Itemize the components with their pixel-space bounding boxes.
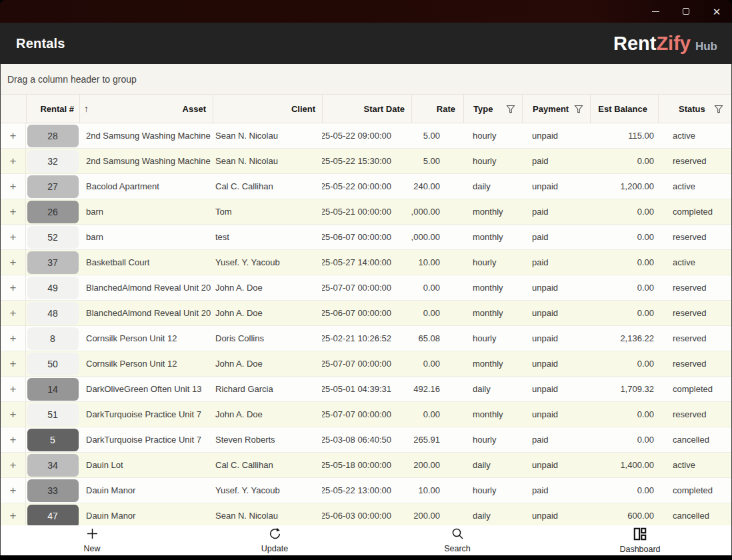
column-header-type[interactable]: Type bbox=[463, 95, 522, 123]
payment-cell: unpaid bbox=[522, 326, 590, 351]
table-row[interactable]: +33Dauin ManorYusef. Y. Yacoub2025-05-22… bbox=[1, 478, 731, 503]
column-header-start-date[interactable]: Start Date bbox=[322, 95, 411, 123]
table-row[interactable]: +37Basketball CourtYusef. Y. Yacoub2025-… bbox=[1, 250, 731, 275]
asset-cell: Bacolod Apartment bbox=[79, 174, 213, 199]
est-balance-cell: 1,709.32 bbox=[590, 377, 658, 401]
table-row[interactable]: +27Bacolod ApartmentCal C. Callihan2025-… bbox=[1, 174, 731, 199]
column-header-client[interactable]: Client bbox=[213, 95, 322, 123]
column-header-payment[interactable]: Payment bbox=[522, 95, 590, 123]
rental-number-cell: 34 bbox=[26, 453, 79, 477]
status-cell: reserved bbox=[658, 351, 731, 376]
table-row[interactable]: +8Cornsilk Person Unit 12Doris Collins20… bbox=[1, 326, 731, 351]
filter-icon[interactable] bbox=[574, 105, 583, 113]
payment-cell: paid bbox=[522, 478, 590, 503]
expand-row-button[interactable]: + bbox=[10, 408, 17, 421]
column-header-est-balance[interactable]: Est Balance bbox=[590, 95, 658, 123]
expand-row-button[interactable]: + bbox=[10, 433, 17, 447]
rental-number-badge: 48 bbox=[27, 302, 79, 325]
rental-number-cell: 5 bbox=[26, 427, 79, 452]
expand-row-button[interactable]: + bbox=[10, 307, 17, 320]
table-row[interactable]: +34Dauin LotCal C. Callihan2025-05-18 00… bbox=[1, 453, 731, 478]
est-balance-cell: 1,400.00 bbox=[590, 453, 658, 477]
table-row[interactable]: +48BlanchedAlmond Reveal Unit 20John A. … bbox=[1, 301, 731, 326]
payment-cell: unpaid bbox=[522, 503, 590, 525]
filter-icon[interactable] bbox=[506, 105, 515, 113]
rental-number-badge: 5 bbox=[27, 429, 79, 451]
payment-cell: paid bbox=[522, 225, 590, 249]
rental-number-cell: 37 bbox=[26, 250, 79, 275]
expand-row-button[interactable]: + bbox=[10, 180, 17, 193]
rental-number-badge: 8 bbox=[27, 327, 79, 350]
client-cell: Sean N. Nicolau bbox=[213, 123, 322, 148]
table-row[interactable]: +26barnTom2025-05-21 00:00:001,000.00mon… bbox=[1, 199, 731, 225]
payment-cell: unpaid bbox=[522, 123, 590, 148]
status-cell: cancelled bbox=[658, 427, 731, 452]
row-gutter-cell: + bbox=[1, 174, 26, 199]
expand-row-button[interactable]: + bbox=[10, 155, 17, 168]
app-window: ✕ Rentals RentZifyHub Drag a column head… bbox=[0, 0, 732, 560]
expand-row-button[interactable]: + bbox=[10, 332, 17, 345]
grid-area: Drag a column header to group Rental # ↑… bbox=[0, 64, 732, 525]
expand-row-button[interactable]: + bbox=[10, 129, 17, 143]
payment-cell: unpaid bbox=[522, 377, 590, 401]
table-row[interactable]: +322nd Samsung Washing MachineSean N. Ni… bbox=[1, 149, 731, 174]
rental-number-badge: 37 bbox=[27, 251, 79, 274]
expand-row-button[interactable]: + bbox=[10, 231, 17, 244]
payment-cell: unpaid bbox=[522, 351, 590, 376]
expand-row-button[interactable]: + bbox=[10, 357, 17, 371]
logo-part-hub: Hub bbox=[695, 40, 717, 53]
status-cell: reserved bbox=[658, 149, 731, 173]
expand-row-button[interactable]: + bbox=[10, 509, 17, 523]
table-row[interactable]: +51DarkTurquoise Practice Unit 7John A. … bbox=[1, 402, 731, 427]
asset-cell: barn bbox=[79, 225, 213, 249]
update-button[interactable]: Update bbox=[183, 525, 366, 555]
row-gutter-cell: + bbox=[1, 503, 26, 525]
table-row[interactable]: +50Cornsilk Person Unit 12John A. Doe202… bbox=[1, 351, 731, 377]
expand-row-button[interactable]: + bbox=[10, 484, 17, 497]
payment-cell: unpaid bbox=[522, 275, 590, 300]
rental-number-badge: 14 bbox=[27, 378, 79, 401]
table-row[interactable]: +49BlanchedAlmond Reveal Unit 20John A. … bbox=[1, 275, 731, 301]
expand-row-button[interactable]: + bbox=[10, 205, 17, 219]
table-row[interactable]: +5DarkTurquoise Practice Unit 7Steven Ro… bbox=[1, 427, 731, 453]
dashboard-button[interactable]: Dashboard bbox=[549, 525, 731, 555]
search-button[interactable]: Search bbox=[366, 525, 549, 555]
rental-number-badge: 52 bbox=[27, 226, 79, 249]
asset-cell: Basketball Court bbox=[79, 250, 213, 275]
column-header-asset[interactable]: ↑ Asset bbox=[79, 95, 213, 123]
column-header-status[interactable]: Status bbox=[658, 95, 731, 123]
column-header-rate[interactable]: Rate bbox=[411, 95, 463, 123]
status-cell: reserved bbox=[658, 275, 731, 300]
logo-part-rent: Rent bbox=[613, 33, 656, 55]
start-date-cell: 2025-06-03 00:00:00 bbox=[322, 503, 411, 525]
payment-cell: paid bbox=[522, 427, 590, 452]
expand-row-button[interactable]: + bbox=[10, 281, 17, 295]
group-by-panel[interactable]: Drag a column header to group bbox=[1, 64, 731, 94]
rate-cell: 200.00 bbox=[411, 453, 463, 477]
type-cell: daily bbox=[463, 503, 522, 525]
type-cell: hourly bbox=[463, 427, 522, 452]
expand-row-button[interactable]: + bbox=[10, 459, 17, 472]
start-date-cell: 2025-07-07 00:00:00 bbox=[322, 402, 411, 427]
maximize-button[interactable] bbox=[671, 0, 701, 23]
close-button[interactable]: ✕ bbox=[701, 0, 732, 23]
est-balance-cell: 0.00 bbox=[590, 301, 658, 325]
table-row[interactable]: +47Dauin ManorSean N. Nicolau2025-06-03 … bbox=[1, 503, 731, 525]
start-date-cell: 2025-05-21 00:00:00 bbox=[322, 199, 411, 224]
table-row[interactable]: +282nd Samsung Washing MachineSean N. Ni… bbox=[1, 123, 731, 149]
asset-cell: DarkTurquoise Practice Unit 7 bbox=[79, 427, 213, 452]
type-cell: hourly bbox=[463, 478, 522, 503]
column-header-rental[interactable]: Rental # bbox=[26, 95, 79, 123]
client-cell: Cal C. Callihan bbox=[213, 174, 322, 199]
table-row[interactable]: +52barntest2025-06-07 00:00:001,000.00mo… bbox=[1, 225, 731, 250]
expand-row-button[interactable]: + bbox=[10, 256, 17, 269]
rental-number-badge: 50 bbox=[27, 353, 79, 375]
new-button[interactable]: New bbox=[1, 525, 183, 555]
filter-icon[interactable] bbox=[714, 105, 723, 113]
rate-cell: 0.00 bbox=[411, 301, 463, 325]
minimize-button[interactable] bbox=[640, 0, 671, 23]
table-row[interactable]: +14DarkOliveGreen Often Unit 13Richard G… bbox=[1, 377, 731, 402]
asset-cell: Dauin Lot bbox=[79, 453, 213, 477]
expand-row-button[interactable]: + bbox=[10, 383, 17, 396]
table-header: Rental # ↑ Asset Client Start Date Rate … bbox=[1, 94, 731, 123]
